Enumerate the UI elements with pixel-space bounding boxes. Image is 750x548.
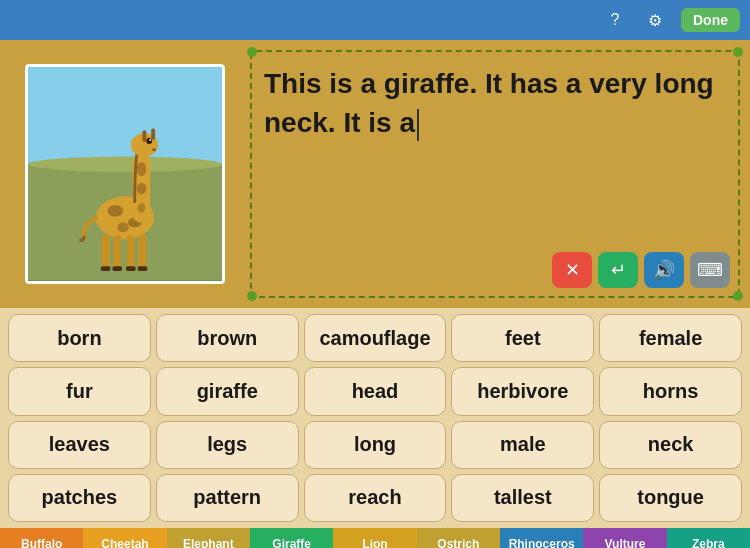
delete-button[interactable]: ✕	[552, 252, 592, 288]
tab-elephant[interactable]: Elephant	[167, 528, 250, 548]
animal-tabs: BuffaloCheetahElephantGiraffeLionOstrich…	[0, 528, 750, 548]
tab-lion[interactable]: Lion	[333, 528, 416, 548]
corner-dot-br	[733, 291, 743, 301]
done-button[interactable]: Done	[681, 8, 740, 32]
text-cursor	[417, 109, 419, 141]
svg-rect-23	[142, 130, 146, 142]
word-tile-herbivore[interactable]: herbivore	[451, 367, 594, 415]
word-tile-tongue[interactable]: tongue	[599, 474, 742, 522]
svg-point-2	[28, 157, 222, 173]
story-text: This is a giraffe. It has a very long ne…	[264, 64, 726, 142]
svg-rect-10	[139, 235, 147, 269]
tab-zebra[interactable]: Zebra	[667, 528, 750, 548]
svg-point-17	[137, 183, 147, 195]
enter-button[interactable]: ↵	[598, 252, 638, 288]
tab-vulture[interactable]: Vulture	[583, 528, 666, 548]
word-tile-legs[interactable]: legs	[156, 421, 299, 469]
corner-dot-bl	[247, 291, 257, 301]
word-tile-male[interactable]: male	[451, 421, 594, 469]
story-text-span: This is a giraffe. It has a very long ne…	[264, 68, 714, 138]
action-buttons-row: ✕ ↵ 🔊 ⌨	[552, 252, 730, 288]
word-tile-tallest[interactable]: tallest	[451, 474, 594, 522]
giraffe-illustration	[28, 67, 222, 281]
word-tile-feet[interactable]: feet	[451, 314, 594, 362]
word-tile-reach[interactable]: reach	[304, 474, 447, 522]
svg-rect-0	[28, 67, 222, 164]
speak-button[interactable]: 🔊	[644, 252, 684, 288]
svg-rect-14	[138, 266, 148, 271]
svg-point-16	[137, 162, 147, 176]
settings-icon[interactable]: ⚙	[641, 6, 669, 34]
svg-rect-11	[101, 266, 111, 271]
top-bar: ? ⚙ Done	[0, 0, 750, 40]
word-tile-horns[interactable]: horns	[599, 367, 742, 415]
word-tile-giraffe[interactable]: giraffe	[156, 367, 299, 415]
word-tile-fur[interactable]: fur	[8, 367, 151, 415]
word-tile-pattern[interactable]: pattern	[156, 474, 299, 522]
word-tile-long[interactable]: long	[304, 421, 447, 469]
text-section[interactable]: This is a giraffe. It has a very long ne…	[250, 50, 740, 298]
word-tile-female[interactable]: female	[599, 314, 742, 362]
keyboard-button[interactable]: ⌨	[690, 252, 730, 288]
tab-cheetah[interactable]: Cheetah	[83, 528, 166, 548]
tab-buffalo[interactable]: Buffalo	[0, 528, 83, 548]
word-tile-brown[interactable]: brown	[156, 314, 299, 362]
word-tile-born[interactable]: born	[8, 314, 151, 362]
svg-rect-9	[127, 235, 135, 269]
svg-point-20	[146, 138, 152, 144]
svg-point-22	[152, 148, 156, 151]
svg-point-4	[108, 205, 124, 217]
tab-rhinoceros[interactable]: Rhinoceros	[500, 528, 583, 548]
svg-rect-13	[126, 266, 136, 271]
svg-point-6	[117, 223, 129, 233]
word-tile-patches[interactable]: patches	[8, 474, 151, 522]
word-tile-head[interactable]: head	[304, 367, 447, 415]
svg-rect-12	[112, 266, 122, 271]
svg-point-21	[149, 139, 151, 141]
giraffe-image	[25, 64, 225, 284]
image-section	[10, 50, 240, 298]
help-icon[interactable]: ?	[601, 6, 629, 34]
svg-point-18	[138, 203, 146, 213]
word-tile-neck[interactable]: neck	[599, 421, 742, 469]
word-tile-camouflage[interactable]: camouflage	[304, 314, 447, 362]
tab-giraffe[interactable]: Giraffe	[250, 528, 333, 548]
tab-ostrich[interactable]: Ostrich	[417, 528, 500, 548]
corner-dot-tr	[733, 47, 743, 57]
svg-rect-8	[113, 235, 121, 269]
word-grid: bornbrowncamouflagefeetfemalefurgiraffeh…	[0, 308, 750, 528]
svg-rect-24	[151, 128, 155, 140]
corner-dot-tl	[247, 47, 257, 57]
svg-rect-7	[102, 235, 110, 269]
word-tile-leaves[interactable]: leaves	[8, 421, 151, 469]
main-area: This is a giraffe. It has a very long ne…	[0, 40, 750, 308]
